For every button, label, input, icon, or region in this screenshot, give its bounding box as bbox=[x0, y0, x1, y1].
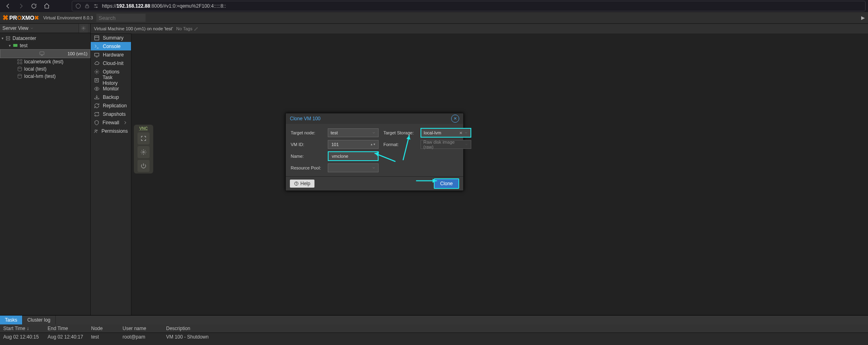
svg-rect-6 bbox=[6, 36, 10, 38]
tab-snapshots[interactable]: Snapshots bbox=[91, 110, 131, 118]
target-storage-select[interactable]: local-lvm ✕ bbox=[420, 128, 471, 138]
bottom-tab-tasks[interactable]: Tasks bbox=[0, 316, 23, 324]
svg-point-27 bbox=[96, 88, 98, 90]
tags-edit[interactable]: No Tags bbox=[176, 26, 199, 31]
task-panel: Tasks Cluster log Start Time ↓ End Time … bbox=[0, 315, 868, 345]
back-button[interactable] bbox=[2, 0, 14, 12]
tab-summary[interactable]: Summary bbox=[91, 33, 131, 42]
task-row[interactable]: Aug 02 12:40:15 Aug 02 12:40:17 test roo… bbox=[0, 333, 868, 341]
tree-node-test[interactable]: ▾ test bbox=[0, 42, 90, 49]
tab-hardware[interactable]: Hardware bbox=[91, 50, 131, 59]
svg-rect-21 bbox=[95, 53, 99, 56]
dialog-title: Clone VM 100 bbox=[290, 116, 321, 121]
search-input[interactable] bbox=[96, 14, 146, 22]
label-name: Name: bbox=[291, 154, 323, 159]
vnc-label: VNC bbox=[139, 126, 148, 131]
label-resource-pool: Resource Pool: bbox=[291, 165, 323, 170]
bottom-tab-clusterlog[interactable]: Cluster log bbox=[23, 316, 56, 324]
app-header: ✖PROXMO✖ Virtual Environment 8.0.3 ▶ bbox=[0, 12, 868, 24]
tab-backup[interactable]: Backup bbox=[91, 93, 131, 101]
tab-permissions[interactable]: Permissions bbox=[91, 127, 131, 135]
vnc-settings[interactable] bbox=[137, 146, 150, 158]
svg-point-17 bbox=[18, 74, 21, 76]
task-columns: Start Time ↓ End Time Node User name Des… bbox=[0, 324, 868, 333]
svg-rect-7 bbox=[6, 39, 10, 40]
svg-rect-13 bbox=[21, 60, 22, 61]
svg-rect-18 bbox=[95, 36, 99, 40]
reload-button[interactable] bbox=[28, 0, 40, 12]
svg-point-30 bbox=[96, 130, 98, 131]
tab-cloud-init[interactable]: Cloud-Init bbox=[91, 59, 131, 67]
name-input[interactable] bbox=[328, 151, 379, 161]
proxmox-logo: ✖PROXMO✖ bbox=[2, 13, 40, 22]
vnc-fullscreen[interactable] bbox=[137, 132, 150, 144]
tree-local-lvm[interactable]: local-lvm (test) bbox=[0, 73, 90, 80]
tab-replication[interactable]: Replication bbox=[91, 101, 131, 110]
env-label: Virtual Environment 8.0.3 bbox=[43, 15, 93, 20]
tree-vm-100[interactable]: 100 (vm1) bbox=[0, 49, 90, 58]
breadcrumb: Virtual Machine 100 (vm1) on node 'test' bbox=[94, 26, 173, 31]
svg-rect-14 bbox=[18, 63, 19, 64]
label-target-storage: Target Storage: bbox=[383, 130, 416, 135]
vnc-toolbar: VNC bbox=[134, 125, 153, 174]
clone-vm-dialog: Clone VM 100 ✕ Target node: test Target … bbox=[285, 113, 464, 191]
forward-button[interactable] bbox=[15, 0, 27, 12]
url-text: https://192.168.122.88:8006/#v1:0:=qemu%… bbox=[102, 3, 226, 9]
tree-datacenter[interactable]: ▾ Datacenter bbox=[0, 35, 90, 42]
label-format: Format: bbox=[383, 142, 416, 147]
vnc-power[interactable] bbox=[137, 160, 150, 172]
label-target-node: Target node: bbox=[291, 130, 323, 135]
url-bar[interactable]: https://192.168.122.88:8006/#v1:0:=qemu%… bbox=[72, 1, 866, 11]
target-node-select[interactable]: test bbox=[328, 128, 379, 137]
svg-rect-9 bbox=[40, 52, 44, 54]
header-play-icon[interactable]: ▶ bbox=[861, 15, 865, 21]
svg-rect-24 bbox=[95, 78, 98, 82]
tree-localnetwork[interactable]: localnetwork (test) bbox=[0, 58, 90, 65]
svg-point-29 bbox=[95, 130, 96, 131]
content-header: Virtual Machine 100 (vm1) on node 'test'… bbox=[91, 24, 868, 34]
settings-slider-icon bbox=[93, 3, 99, 9]
help-button[interactable]: Help bbox=[290, 180, 314, 188]
svg-point-23 bbox=[96, 71, 98, 73]
svg-rect-8 bbox=[13, 44, 18, 47]
vm-id-input[interactable]: ▲▼ bbox=[328, 140, 379, 149]
svg-point-16 bbox=[18, 67, 21, 69]
tree-settings[interactable] bbox=[79, 24, 88, 33]
format-select: Raw disk image (raw) bbox=[420, 140, 471, 149]
view-selector[interactable]: Server View bbox=[2, 25, 34, 31]
tree-local[interactable]: local (test) bbox=[0, 65, 90, 73]
tab-task-history[interactable]: Task History bbox=[91, 76, 131, 84]
browser-toolbar: https://192.168.122.88:8006/#v1:0:=qemu%… bbox=[0, 0, 868, 12]
resource-pool-select[interactable] bbox=[328, 163, 379, 172]
tree-pane: Server View ▾ Datacenter ▾ test bbox=[0, 24, 91, 315]
label-vm-id: VM ID: bbox=[291, 142, 323, 147]
close-icon[interactable]: ✕ bbox=[451, 115, 459, 123]
svg-rect-0 bbox=[85, 6, 89, 8]
tab-firewall[interactable]: Firewall bbox=[91, 118, 131, 127]
svg-point-5 bbox=[83, 27, 84, 29]
svg-point-31 bbox=[143, 151, 144, 153]
clone-button[interactable]: Clone bbox=[434, 178, 459, 189]
clear-icon[interactable]: ✕ bbox=[459, 131, 462, 135]
home-button[interactable] bbox=[41, 0, 52, 12]
svg-rect-15 bbox=[21, 63, 22, 64]
lock-icon bbox=[84, 3, 90, 9]
svg-rect-12 bbox=[18, 60, 19, 61]
console-area: VNC bbox=[131, 33, 868, 315]
tab-console[interactable]: Console bbox=[91, 42, 131, 50]
svg-point-33 bbox=[296, 185, 297, 185]
vm-tabs: Summary Console Hardware Cloud-Init Opti… bbox=[91, 33, 131, 315]
